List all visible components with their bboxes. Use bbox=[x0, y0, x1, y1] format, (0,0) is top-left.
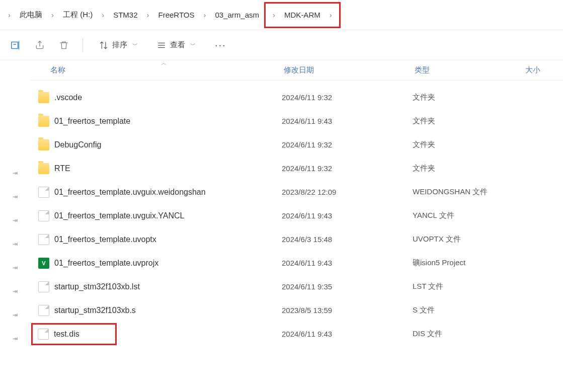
file-name: 01_freertos_template bbox=[54, 117, 130, 126]
view-button[interactable]: 查看 ﹀ bbox=[154, 38, 199, 52]
file-row[interactable]: 01_freertos_template.uvguix.YANCL2024/6/… bbox=[30, 204, 563, 227]
file-name: 01_freertos_template.uvguix.weidongshan bbox=[54, 188, 206, 197]
file-row[interactable]: test.dis2024/6/11 9:43DIS 文件 bbox=[30, 322, 563, 346]
file-row[interactable]: .vscode2024/6/11 9:32文件夹 bbox=[30, 86, 563, 109]
file-row[interactable]: startup_stm32f103xb.lst2024/6/11 9:35LST… bbox=[30, 275, 563, 298]
rename-icon[interactable] bbox=[10, 40, 21, 51]
chevron-right-icon[interactable]: › bbox=[98, 11, 108, 19]
more-button[interactable]: ··· bbox=[212, 37, 229, 53]
pin-icon[interactable] bbox=[0, 161, 30, 185]
pin-icon[interactable] bbox=[0, 232, 30, 256]
file-name: test.dis bbox=[54, 330, 79, 339]
folder-icon bbox=[38, 163, 49, 174]
file-type: 礦ision5 Project bbox=[413, 258, 523, 268]
file-date: 2024/6/11 9:32 bbox=[282, 140, 413, 149]
chevron-right-icon[interactable]: › bbox=[4, 11, 15, 19]
file-type: WEIDONGSHAN 文件 bbox=[413, 187, 523, 197]
breadcrumb-item[interactable]: MDK-ARM bbox=[281, 9, 324, 21]
highlight-annotation: › MDK-ARM › bbox=[264, 2, 341, 28]
folder-icon bbox=[38, 92, 49, 103]
separator bbox=[83, 38, 83, 52]
folder-icon bbox=[38, 116, 49, 127]
file-type: 文件夹 bbox=[413, 116, 523, 126]
pin-icon[interactable] bbox=[0, 208, 30, 232]
file-icon bbox=[38, 187, 49, 198]
chevron-right-icon[interactable]: › bbox=[143, 11, 153, 19]
chevron-right-icon[interactable]: › bbox=[269, 11, 279, 19]
file-date: 2023/8/22 12:09 bbox=[282, 188, 413, 196]
column-headers: ︿ 名称 修改日期 类型 大小 bbox=[30, 60, 563, 81]
sort-button[interactable]: 排序 ﹀ bbox=[96, 38, 141, 52]
share-icon[interactable] bbox=[34, 40, 45, 51]
toolbar: 排序 ﹀ 查看 ﹀ ··· bbox=[0, 30, 563, 60]
file-name: startup_stm32f103xb.lst bbox=[54, 282, 140, 291]
file-date: 2024/6/11 9:35 bbox=[282, 282, 413, 291]
file-name: 01_freertos_template.uvguix.YANCL bbox=[54, 211, 185, 220]
file-name: DebugConfig bbox=[54, 140, 101, 149]
project-icon: V bbox=[38, 258, 49, 269]
file-date: 2024/6/11 9:43 bbox=[282, 211, 413, 220]
breadcrumb-item[interactable]: STM32 bbox=[110, 9, 140, 21]
file-row[interactable]: RTE2024/6/11 9:32文件夹 bbox=[30, 156, 563, 180]
folder-icon bbox=[38, 139, 49, 150]
file-icon bbox=[38, 281, 49, 292]
pin-icon[interactable] bbox=[0, 279, 30, 303]
svg-rect-0 bbox=[12, 42, 18, 48]
header-type[interactable]: 类型 bbox=[413, 61, 523, 79]
pin-icon[interactable] bbox=[0, 185, 30, 208]
file-type: 文件夹 bbox=[413, 164, 523, 173]
view-label: 查看 bbox=[170, 40, 185, 50]
sort-label: 排序 bbox=[112, 40, 127, 50]
file-date: 2024/6/11 9:32 bbox=[282, 93, 413, 102]
breadcrumb-item[interactable]: 此电脑 bbox=[17, 8, 45, 22]
breadcrumb-item[interactable]: 工程 (H:) bbox=[60, 8, 96, 22]
file-type: YANCL 文件 bbox=[413, 211, 523, 220]
pin-icon[interactable] bbox=[0, 303, 30, 327]
sort-indicator-icon: ︿ bbox=[161, 59, 167, 67]
file-type: S 文件 bbox=[413, 305, 523, 315]
chevron-right-icon[interactable]: › bbox=[200, 11, 210, 19]
delete-icon[interactable] bbox=[58, 40, 69, 51]
chevron-right-icon[interactable]: › bbox=[326, 11, 336, 19]
file-date: 2024/6/11 9:43 bbox=[282, 259, 413, 267]
file-row[interactable]: DebugConfig2024/6/11 9:32文件夹 bbox=[30, 133, 563, 156]
header-size[interactable]: 大小 bbox=[523, 61, 563, 79]
file-name: RTE bbox=[54, 164, 70, 173]
pin-icon[interactable] bbox=[0, 327, 30, 350]
file-type: 文件夹 bbox=[413, 93, 523, 102]
file-date: 2024/6/11 9:43 bbox=[282, 330, 413, 338]
breadcrumb-item[interactable]: 03_arm_asm bbox=[212, 9, 263, 21]
chevron-down-icon: ﹀ bbox=[190, 41, 196, 49]
header-date[interactable]: 修改日期 bbox=[282, 61, 413, 79]
chevron-down-icon: ﹀ bbox=[132, 41, 138, 49]
file-name: .vscode bbox=[54, 93, 82, 102]
file-name: startup_stm32f103xb.s bbox=[54, 306, 136, 315]
file-list: .vscode2024/6/11 9:32文件夹01_freertos_temp… bbox=[30, 81, 563, 346]
file-row[interactable]: 01_freertos_template.uvoptx2024/6/3 15:4… bbox=[30, 227, 563, 251]
file-type: 文件夹 bbox=[413, 140, 523, 149]
header-name[interactable]: 名称 bbox=[30, 61, 282, 79]
file-icon bbox=[38, 305, 49, 316]
breadcrumb-item[interactable]: FreeRTOS bbox=[155, 9, 198, 21]
file-icon bbox=[38, 234, 49, 245]
pin-icon[interactable] bbox=[0, 256, 30, 279]
highlight-annotation: test.dis bbox=[31, 323, 117, 345]
file-type: UVOPTX 文件 bbox=[413, 234, 523, 244]
file-type: LST 文件 bbox=[413, 282, 523, 291]
file-row[interactable]: V01_freertos_template.uvprojx2024/6/11 9… bbox=[30, 251, 563, 275]
file-row[interactable]: 01_freertos_template.uvguix.weidongshan2… bbox=[30, 180, 563, 204]
file-row[interactable]: startup_stm32f103xb.s2023/8/5 13:59S 文件 bbox=[30, 298, 563, 322]
file-icon bbox=[38, 329, 49, 340]
file-date: 2023/8/5 13:59 bbox=[282, 306, 413, 315]
file-date: 2024/6/3 15:48 bbox=[282, 235, 413, 244]
file-date: 2024/6/11 9:43 bbox=[282, 117, 413, 125]
file-row[interactable]: 01_freertos_template2024/6/11 9:43文件夹 bbox=[30, 109, 563, 133]
file-name: 01_freertos_template.uvprojx bbox=[54, 259, 158, 268]
file-name: 01_freertos_template.uvoptx bbox=[54, 235, 156, 244]
chevron-right-icon[interactable]: › bbox=[47, 11, 58, 19]
file-type: DIS 文件 bbox=[413, 329, 523, 339]
file-icon bbox=[38, 210, 49, 221]
file-date: 2024/6/11 9:32 bbox=[282, 164, 413, 173]
quick-access-pins bbox=[0, 60, 30, 392]
breadcrumb: › 此电脑 › 工程 (H:) › STM32 › FreeRTOS › 03_… bbox=[0, 0, 563, 30]
